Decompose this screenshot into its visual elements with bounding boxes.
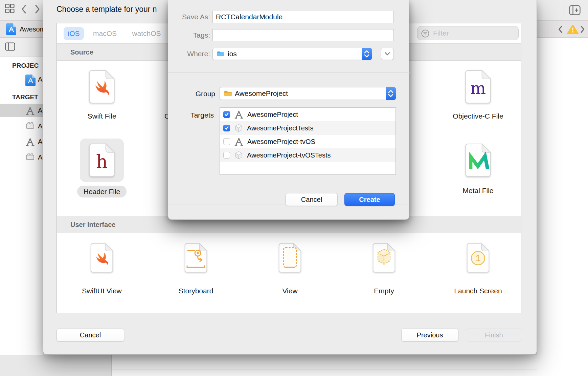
template-item-empty[interactable]: Empty [343,243,425,300]
template-item-swiftui-view[interactable]: SwiftUI View [61,243,142,300]
swiftui-view-icon [90,243,113,273]
template-item-label: Header File [61,186,142,197]
popup-stepper-icon [386,87,396,100]
previous-button[interactable]: Previous [401,329,458,341]
forward-chevron-icon[interactable] [35,4,40,14]
back-chevron-icon[interactable] [21,4,26,14]
editor-area [537,38,588,376]
filter-input[interactable] [432,28,514,39]
cancel-button[interactable]: Cancel [56,329,124,341]
save-sheet: Save As: Tags: Where: ios Group AwesomeP… [168,0,409,220]
sidebar-target-label: A [38,104,42,117]
objective-c-file-icon: m [465,70,491,104]
view-icon [278,243,301,273]
target-row[interactable]: AwesomeProject [220,108,395,121]
sidebar-target-label: A [38,135,42,148]
forward-chevron-small-icon[interactable] [580,25,585,33]
metal-file-icon [465,143,491,177]
where-label: Where: [172,48,210,59]
target-checkbox[interactable] [223,152,230,159]
app-target-icon [26,106,35,115]
divider [112,370,537,370]
svg-text:1: 1 [476,253,480,263]
template-item-metal-file[interactable]: Metal File [437,143,519,200]
svg-text:m: m [470,79,486,98]
project-row[interactable]: A [0,72,43,86]
app-target-icon [26,138,35,146]
tab-macos[interactable]: macOS [91,27,119,40]
sidebar-target-row[interactable]: A [0,150,43,164]
test-bundle-icon [26,122,35,129]
sidebar-target-label: A [38,150,42,164]
divider [112,374,537,374]
target-row[interactable]: AwesomeProject-tvOS [220,135,395,148]
save-as-input[interactable] [212,11,394,23]
target-checkbox[interactable] [223,125,230,131]
swift-file-icon [89,70,115,104]
tab-ios[interactable]: iOS [64,27,84,40]
tab-watchos[interactable]: watchOS [130,27,163,40]
target-name: AwesomeProject [247,111,298,119]
folder-blue-icon [217,51,224,57]
target-checkbox[interactable] [223,138,230,145]
template-item-label: Swift File [61,112,142,120]
filter-field[interactable] [417,26,519,40]
template-item-label: Launch Screen [437,287,519,295]
section-title: Source [70,44,93,61]
finish-button[interactable]: Finish [466,329,522,341]
target-name: AwesomeProject-tvOS [247,138,315,146]
back-chevron-small-icon[interactable] [558,25,563,33]
test-cube-icon [234,151,243,160]
template-item-label: Empty [343,287,425,295]
header-file-icon: h [89,143,115,177]
group-label: Group [177,88,215,99]
test-bundle-icon [26,153,35,161]
grid-icon[interactable] [5,4,15,13]
project-row-label: A [38,72,42,86]
template-item-view[interactable]: View [249,243,331,300]
template-item-header-file[interactable]: hHeader File [61,143,142,200]
storyboard-icon [184,243,207,273]
template-item-storyboard[interactable]: Storyboard [155,243,236,300]
sidebar-target-row[interactable]: A [0,104,43,117]
section-title: User Interface [70,216,115,233]
target-name: AwesomeProject-tvOSTests [247,151,331,159]
tags-input[interactable] [212,29,394,41]
create-button[interactable]: Create [344,193,395,206]
app-target-icon [234,110,243,119]
sheet-cancel-button[interactable]: Cancel [286,193,338,206]
project-section-header: PROJEC [12,61,39,70]
template-item-label: SwiftUI View [61,287,142,295]
targets-label: Targets [175,110,214,121]
bottom-left-pane [0,355,112,376]
template-item-label: View [249,287,331,295]
sidebar-target-row[interactable]: A [0,135,43,148]
sidebar-toggle-icon[interactable] [5,42,15,51]
editor-tab-label[interactable]: Awesom [20,21,45,38]
launch-screen-icon: 1 [467,243,490,273]
bottom-editor-strip [112,355,537,376]
group-popup[interactable]: AwesomeProject [220,87,396,100]
target-checkbox[interactable] [223,111,230,118]
template-item-objective-c-file[interactable]: mObjective-C File [437,70,519,126]
empty-icon [372,243,395,273]
where-popup[interactable]: ios [212,48,372,60]
warning-icon[interactable] [567,24,579,35]
tags-label: Tags: [172,30,210,41]
save-as-label: Save As: [172,12,210,22]
template-item-launch-screen[interactable]: 1Launch Screen [437,243,519,300]
template-item-swift-file[interactable]: Swift File [61,70,142,126]
sidebar-target-row[interactable]: A [0,119,43,133]
project-navigator: PROJEC A TARGET AAAA [0,57,43,355]
target-row[interactable]: AwesomeProject-tvOSTests [220,148,395,162]
project-file-icon [6,23,17,35]
svg-text:h: h [96,151,108,172]
popup-stepper-icon [362,48,372,60]
add-editor-icon[interactable] [569,5,581,15]
expand-sheet-button[interactable] [381,48,394,60]
template-item-label: Objective-C File [437,112,519,120]
target-row[interactable]: AwesomeProjectTests [220,121,395,135]
sidebar-target-label: A [38,119,42,133]
target-name: AwesomeProjectTests [247,124,313,132]
screen: Awesom PROJEC A TARGET AAAA Choose a tem… [0,0,588,376]
